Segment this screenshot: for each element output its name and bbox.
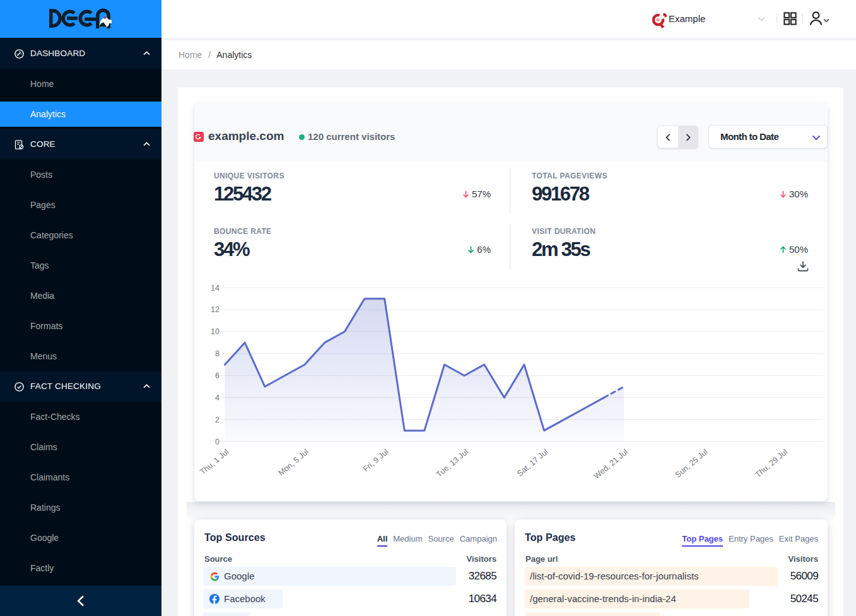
svg-text:Thu, 29 Jul: Thu, 29 Jul [754,448,789,479]
svg-text:Sun, 25 Jul: Sun, 25 Jul [674,448,710,480]
svg-text:12: 12 [211,305,220,314]
svg-text:4: 4 [215,393,220,402]
svg-text:6: 6 [215,371,220,380]
svg-text:10: 10 [211,327,220,336]
svg-text:Sat, 17 Jul: Sat, 17 Jul [515,448,549,479]
svg-text:Wed, 21 Jul: Wed, 21 Jul [592,448,630,481]
svg-text:0: 0 [215,438,220,446]
svg-text:Mon, 5 Jul: Mon, 5 Jul [277,448,310,478]
svg-text:2: 2 [215,416,220,424]
svg-text:Tue, 13 Jul: Tue, 13 Jul [435,448,470,479]
svg-text:Thu, 1 Jul: Thu, 1 Jul [198,448,230,477]
svg-text:8: 8 [215,349,220,358]
svg-text:14: 14 [211,284,220,293]
svg-text:Fri, 9 Jul: Fri, 9 Jul [361,448,390,474]
